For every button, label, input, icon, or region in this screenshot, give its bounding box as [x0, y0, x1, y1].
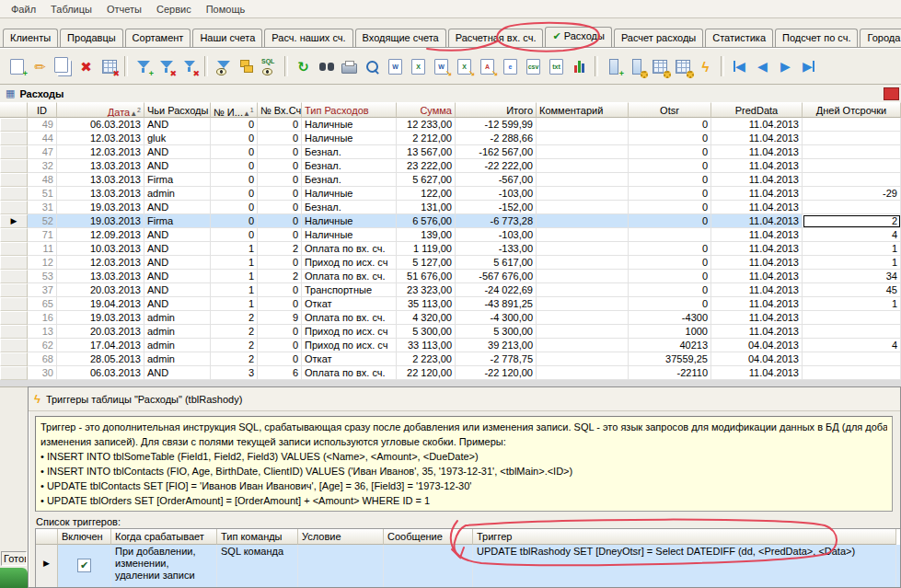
- cell[interactable]: [537, 311, 629, 325]
- cell[interactable]: 1: [211, 297, 258, 311]
- triggers-icon[interactable]: ϟ: [695, 56, 716, 77]
- cell[interactable]: 4 320,00: [397, 311, 456, 325]
- cell[interactable]: 0: [258, 228, 302, 242]
- find-icon[interactable]: [316, 56, 337, 77]
- column-header-ID[interactable]: ID: [28, 102, 57, 118]
- cell[interactable]: 1: [211, 283, 258, 297]
- cell[interactable]: 2: [211, 352, 258, 366]
- filter-delete-icon[interactable]: ✖: [156, 56, 177, 77]
- cell[interactable]: Оплата по вх. сч.: [302, 311, 397, 325]
- tab-Продавцы[interactable]: Продавцы: [60, 29, 123, 47]
- cell[interactable]: Безнал.: [302, 145, 397, 159]
- table-row[interactable]: 4813.03.2013Firma00Безнал.5 627,00-567,0…: [0, 173, 901, 187]
- cell[interactable]: 19.04.2013: [57, 297, 144, 311]
- cell[interactable]: AND: [144, 242, 211, 256]
- cell[interactable]: 0: [211, 118, 258, 132]
- cell[interactable]: 0: [258, 187, 302, 201]
- open-word-icon[interactable]: W↘: [431, 56, 452, 77]
- cell[interactable]: [537, 228, 629, 242]
- cell[interactable]: -4300: [629, 311, 711, 325]
- cell[interactable]: 0: [211, 145, 258, 159]
- cell[interactable]: [803, 201, 901, 214]
- cell[interactable]: 12 233,00: [397, 118, 456, 132]
- column-header-Чьи Расходы[interactable]: Чьи Расходы: [144, 102, 211, 118]
- cell[interactable]: 0: [629, 159, 711, 173]
- filter-add-icon[interactable]: +: [133, 56, 154, 77]
- cell[interactable]: 37: [28, 283, 57, 297]
- table-row[interactable]: 4712.03.2013AND00Безнал.13 567,00-162 56…: [0, 145, 901, 159]
- cell[interactable]: 12: [28, 256, 57, 270]
- cell[interactable]: Наличные: [302, 132, 397, 145]
- edit-record-icon[interactable]: ✏: [29, 56, 51, 77]
- preview-icon[interactable]: [362, 56, 383, 77]
- cell[interactable]: 1000: [629, 325, 711, 339]
- cell[interactable]: 62: [28, 339, 57, 352]
- cell[interactable]: 13.03.2013: [57, 159, 144, 173]
- cell[interactable]: 11.04.2013: [711, 201, 803, 214]
- cell[interactable]: AND: [144, 283, 211, 297]
- cell[interactable]: AND: [144, 270, 211, 283]
- cell[interactable]: [537, 159, 629, 173]
- cell[interactable]: 0: [629, 201, 711, 214]
- cell[interactable]: 23 222,00: [397, 159, 456, 173]
- cell[interactable]: Безнал.: [302, 159, 397, 173]
- cell[interactable]: [537, 352, 629, 366]
- cell[interactable]: 2: [211, 311, 258, 325]
- cell[interactable]: [629, 228, 711, 242]
- cell[interactable]: Безнал.: [302, 173, 397, 187]
- cell[interactable]: 2 212,00: [397, 132, 456, 145]
- delete-record-icon[interactable]: ✖: [75, 56, 97, 77]
- column-header-Дней Отсрочки[interactable]: Дней Отсрочки: [803, 102, 901, 118]
- trigger-column-header-Включен[interactable]: Включен: [58, 529, 111, 545]
- table-row[interactable]: 4412.03.2013gluk00Наличные2 212,00-2 288…: [0, 132, 901, 145]
- cell[interactable]: 0: [211, 187, 258, 201]
- cell[interactable]: 0: [629, 214, 711, 228]
- trigger-cell-condition[interactable]: [298, 545, 384, 587]
- cell[interactable]: Наличные: [302, 118, 397, 132]
- cell[interactable]: 0: [629, 256, 711, 270]
- cell[interactable]: -567 676,00: [456, 270, 537, 283]
- tab-Расч. наших сч.[interactable]: Расч. наших сч.: [264, 29, 352, 47]
- cell[interactable]: 0: [629, 297, 711, 311]
- nav-last-icon[interactable]: ▶: [798, 56, 819, 77]
- cell[interactable]: 23 323,00: [397, 283, 456, 297]
- column-header-№ Вх.Сч.[interactable]: № Вх.Сч.: [258, 102, 302, 118]
- cell[interactable]: 20.03.2013: [57, 283, 144, 297]
- cell[interactable]: 19.03.2013: [57, 311, 144, 325]
- cell[interactable]: [537, 118, 629, 132]
- cell[interactable]: 11.04.2013: [711, 159, 803, 173]
- menu-item-Таблицы[interactable]: Таблицы: [43, 2, 99, 17]
- cell[interactable]: 139,00: [397, 228, 456, 242]
- table-row[interactable]: 3213.03.2013AND00Безнал.23 222,00-22 222…: [0, 159, 901, 173]
- cell[interactable]: -43 891,25: [456, 297, 537, 311]
- cell[interactable]: AND: [144, 256, 211, 270]
- cell[interactable]: 0: [258, 283, 302, 297]
- cell[interactable]: 22 120,00: [397, 366, 456, 380]
- cell[interactable]: 4: [803, 339, 901, 352]
- cell[interactable]: 3: [211, 366, 258, 380]
- cell[interactable]: 0: [629, 187, 711, 201]
- cell[interactable]: -2 288,66: [456, 132, 537, 145]
- cell[interactable]: 0: [258, 339, 302, 352]
- cell[interactable]: [537, 187, 629, 201]
- sql-view-icon[interactable]: SQL: [259, 56, 280, 77]
- nav-prev-icon[interactable]: ◀: [752, 56, 773, 77]
- table-row[interactable]: 6519.04.2013AND10Откат35 113,00-43 891,2…: [0, 297, 901, 311]
- table-gear-icon[interactable]: [649, 56, 670, 77]
- cell[interactable]: Оплата по вх. сч.: [302, 270, 397, 283]
- cell[interactable]: 0: [211, 214, 258, 228]
- cell[interactable]: 10.03.2013: [57, 242, 144, 256]
- print-icon[interactable]: [339, 56, 360, 77]
- cell[interactable]: -6 773,28: [456, 214, 537, 228]
- cell[interactable]: 0: [258, 214, 302, 228]
- cell[interactable]: 51: [28, 187, 57, 201]
- cell[interactable]: 12.03.2013: [57, 132, 144, 145]
- cell[interactable]: 71: [28, 228, 57, 242]
- cell[interactable]: [803, 159, 901, 173]
- export-csv-icon[interactable]: csv: [523, 56, 544, 77]
- cell[interactable]: -103,00: [456, 228, 537, 242]
- cell[interactable]: [537, 283, 629, 297]
- cell[interactable]: 131,00: [397, 201, 456, 214]
- refresh-icon[interactable]: ↻: [293, 56, 314, 77]
- cell[interactable]: [537, 145, 629, 159]
